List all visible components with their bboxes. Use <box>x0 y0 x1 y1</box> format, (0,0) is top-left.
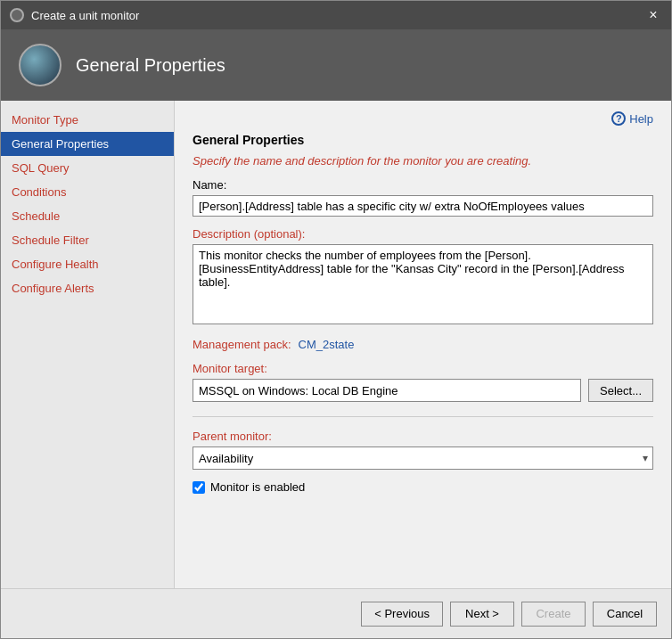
parent-monitor-label: Parent monitor: <box>193 430 653 443</box>
main-window: Create a unit monitor × General Properti… <box>0 0 672 639</box>
description-highlight: monitor you are creating. <box>403 154 531 168</box>
description-label: Description (optional): <box>193 227 653 241</box>
sidebar-item-schedule[interactable]: Schedule <box>1 204 174 228</box>
select-button[interactable]: Select... <box>588 379 653 402</box>
next-button[interactable]: Next > <box>450 602 514 627</box>
header: General Properties <box>1 29 671 101</box>
sidebar: Monitor Type General Properties SQL Quer… <box>1 101 175 588</box>
mgmt-pack-label: Management pack: <box>193 338 291 351</box>
parent-monitor-dropdown-wrap: Availability Performance Security ▾ <box>193 446 653 470</box>
sidebar-item-configure-health[interactable]: Configure Health <box>1 252 174 276</box>
description-prefix: Specify the name and description for the <box>193 154 403 168</box>
create-button[interactable]: Create <box>521 602 586 627</box>
main-panel: ? Help General Properties Specify the na… <box>175 101 671 588</box>
mgmt-pack-value: CM_2state <box>299 338 355 351</box>
divider <box>193 416 653 417</box>
window-icon <box>10 8 24 22</box>
title-bar: Create a unit monitor × <box>1 1 671 29</box>
help-icon: ? <box>611 111 626 126</box>
sidebar-item-sql-query[interactable]: SQL Query <box>1 156 174 180</box>
footer: < Previous Next > Create Cancel <box>1 588 671 638</box>
monitor-target-label: Monitor target: <box>193 362 653 375</box>
monitor-enabled-checkbox[interactable] <box>193 481 205 494</box>
monitor-target-input[interactable] <box>193 379 581 402</box>
header-icon <box>19 44 61 86</box>
name-label: Name: <box>193 178 653 192</box>
description-wrap: This monitor checks the number of employ… <box>193 244 653 327</box>
content-area: Monitor Type General Properties SQL Quer… <box>1 101 671 588</box>
enabled-checkbox-row: Monitor is enabled <box>193 480 653 494</box>
mgmt-pack-row: Management pack: CM_2state <box>193 338 653 351</box>
monitor-enabled-label: Monitor is enabled <box>210 480 305 494</box>
description-text: Specify the name and description for the… <box>193 154 653 168</box>
close-button[interactable]: × <box>644 6 662 24</box>
help-label: Help <box>629 112 653 126</box>
section-title: General Properties <box>193 133 653 147</box>
sidebar-item-general-properties[interactable]: General Properties <box>1 132 174 156</box>
cancel-button[interactable]: Cancel <box>593 602 657 627</box>
help-row: ? Help <box>193 111 653 126</box>
window-title: Create a unit monitor <box>31 9 139 22</box>
sidebar-item-conditions[interactable]: Conditions <box>1 180 174 204</box>
sidebar-item-configure-alerts[interactable]: Configure Alerts <box>1 276 174 300</box>
title-bar-left: Create a unit monitor <box>10 8 139 22</box>
name-input[interactable] <box>193 195 653 217</box>
header-title: General Properties <box>76 55 225 76</box>
description-textarea[interactable]: This monitor checks the number of employ… <box>193 244 653 324</box>
sidebar-item-monitor-type[interactable]: Monitor Type <box>1 108 174 132</box>
previous-button[interactable]: < Previous <box>361 602 443 627</box>
help-link[interactable]: ? Help <box>611 111 653 126</box>
target-row: Select... <box>193 379 653 402</box>
sidebar-item-schedule-filter[interactable]: Schedule Filter <box>1 228 174 252</box>
parent-monitor-select[interactable]: Availability Performance Security <box>193 446 653 470</box>
